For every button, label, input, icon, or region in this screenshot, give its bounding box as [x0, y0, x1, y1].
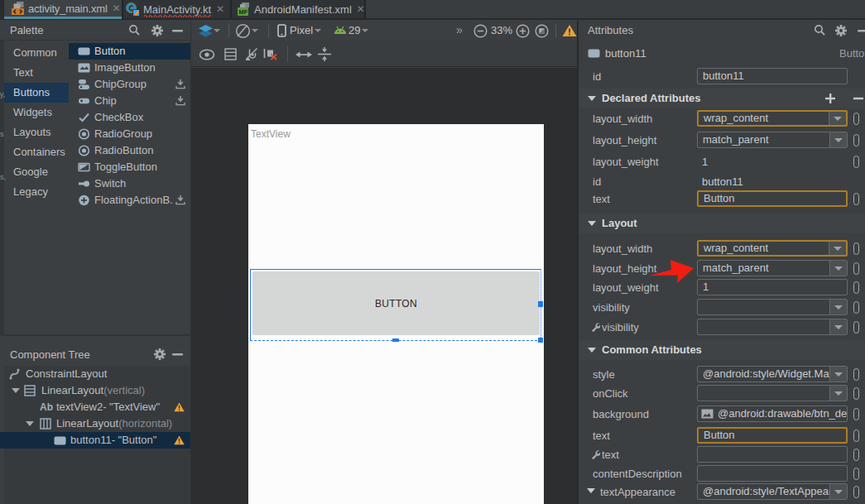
svg-text:MF: MF	[239, 8, 248, 16]
